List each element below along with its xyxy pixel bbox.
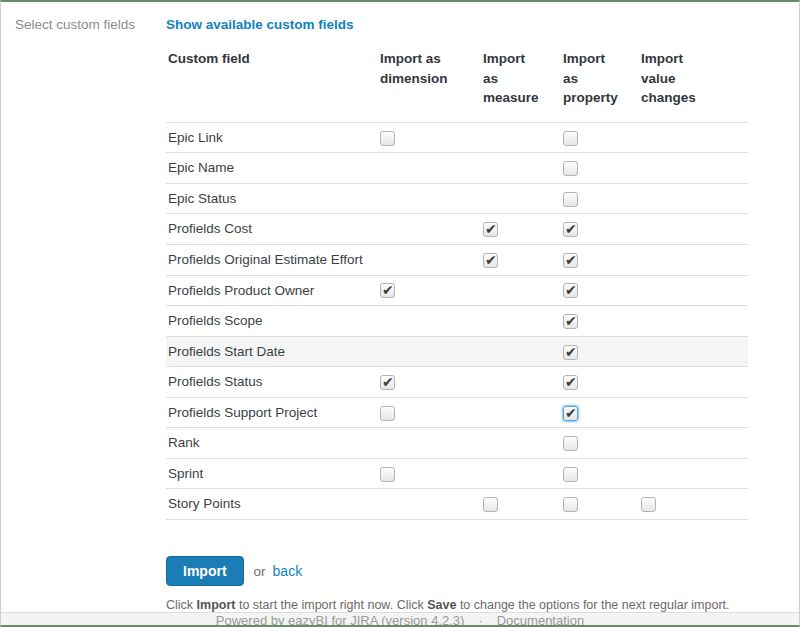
cell-measure xyxy=(481,153,561,184)
cell-value-changes xyxy=(639,336,748,367)
cell-measure xyxy=(481,244,561,275)
cell-property xyxy=(561,336,639,367)
powered-by-text: Powered by eazyBI for JIRA (version 4.2.… xyxy=(216,613,465,627)
table-row: Epic Link xyxy=(166,122,748,153)
cell-dimension xyxy=(378,397,481,428)
table-row: Story Points xyxy=(166,489,748,520)
cell-property xyxy=(561,183,639,214)
cell-measure xyxy=(481,214,561,245)
field-name: Epic Status xyxy=(166,183,378,214)
field-name: Sprint xyxy=(166,458,378,489)
checkbox-import-as-dimension[interactable] xyxy=(380,283,395,298)
checkbox-import-as-measure[interactable] xyxy=(483,497,498,512)
cell-property xyxy=(561,244,639,275)
cell-measure xyxy=(481,183,561,214)
import-button[interactable]: Import xyxy=(166,556,244,586)
cell-dimension xyxy=(378,183,481,214)
cell-value-changes xyxy=(639,489,748,520)
cell-dimension xyxy=(378,153,481,184)
field-name: Story Points xyxy=(166,489,378,520)
cell-property xyxy=(561,397,639,428)
cell-dimension xyxy=(378,275,481,306)
footer: Powered by eazyBI for JIRA (version 4.2.… xyxy=(1,612,799,627)
checkbox-import-as-property[interactable] xyxy=(563,406,578,421)
column-header-import-as-dimension: Import as dimension xyxy=(378,45,481,122)
field-name: Profields Product Owner xyxy=(166,275,378,306)
checkbox-import-as-dimension[interactable] xyxy=(380,375,395,390)
show-available-custom-fields-link[interactable]: Show available custom fields xyxy=(166,15,354,32)
field-name: Profields Scope xyxy=(166,306,378,337)
column-header-custom-field: Custom field xyxy=(166,45,378,122)
cell-dimension xyxy=(378,489,481,520)
column-header-import-as-measure: Import as measure xyxy=(481,45,561,122)
checkbox-import-as-property[interactable] xyxy=(563,222,578,237)
cell-property xyxy=(561,306,639,337)
section-label: Select custom fields xyxy=(15,15,166,612)
cell-measure xyxy=(481,367,561,398)
help-text: Click Import to start the import right n… xyxy=(166,598,799,612)
table-header-row: Custom field Import as dimension Import … xyxy=(166,45,748,122)
table-row: Profields Original Estimate Effort xyxy=(166,244,748,275)
page: Select custom fields Show available cust… xyxy=(0,0,800,627)
cell-value-changes xyxy=(639,122,748,153)
cell-property xyxy=(561,275,639,306)
checkbox-import-as-property[interactable] xyxy=(563,192,578,207)
cell-measure xyxy=(481,336,561,367)
checkbox-import-as-property[interactable] xyxy=(563,131,578,146)
checkbox-import-as-property[interactable] xyxy=(563,497,578,512)
cell-value-changes xyxy=(639,214,748,245)
documentation-link[interactable]: Documentation xyxy=(497,613,584,627)
table-row: Epic Status xyxy=(166,183,748,214)
checkbox-import-as-property[interactable] xyxy=(563,436,578,451)
cell-property xyxy=(561,153,639,184)
cell-measure xyxy=(481,489,561,520)
cell-value-changes xyxy=(639,428,748,459)
checkbox-import-as-property[interactable] xyxy=(563,345,578,360)
checkbox-import-as-dimension[interactable] xyxy=(380,467,395,482)
cell-dimension xyxy=(378,458,481,489)
actions-row: Import or back xyxy=(166,556,799,586)
main-column: Show available custom fields Custom fiel… xyxy=(166,15,799,612)
checkbox-import-as-property[interactable] xyxy=(563,467,578,482)
cell-value-changes xyxy=(639,275,748,306)
cell-dimension xyxy=(378,306,481,337)
checkbox-import-as-value-changes[interactable] xyxy=(641,497,656,512)
cell-measure xyxy=(481,428,561,459)
checkbox-import-as-property[interactable] xyxy=(563,375,578,390)
cell-value-changes xyxy=(639,367,748,398)
footer-separator: · xyxy=(478,613,482,627)
field-name: Profields Original Estimate Effort xyxy=(166,244,378,275)
table-row: Epic Name xyxy=(166,153,748,184)
cell-property xyxy=(561,367,639,398)
cell-dimension xyxy=(378,336,481,367)
field-name: Profields Status xyxy=(166,367,378,398)
cell-property xyxy=(561,122,639,153)
cell-value-changes xyxy=(639,183,748,214)
table-row: Sprint xyxy=(166,458,748,489)
checkbox-import-as-dimension[interactable] xyxy=(380,131,395,146)
cell-value-changes xyxy=(639,397,748,428)
checkbox-import-as-dimension[interactable] xyxy=(380,406,395,421)
cell-measure xyxy=(481,275,561,306)
checkbox-import-as-measure[interactable] xyxy=(483,253,498,268)
table-row: Profields Cost xyxy=(166,214,748,245)
cell-value-changes xyxy=(639,244,748,275)
field-name: Rank xyxy=(166,428,378,459)
checkbox-import-as-property[interactable] xyxy=(563,314,578,329)
or-label: or xyxy=(254,564,266,579)
checkbox-import-as-measure[interactable] xyxy=(483,222,498,237)
checkbox-import-as-property[interactable] xyxy=(563,161,578,176)
cell-value-changes xyxy=(639,153,748,184)
cell-measure xyxy=(481,306,561,337)
cell-measure xyxy=(481,458,561,489)
checkbox-import-as-property[interactable] xyxy=(563,283,578,298)
cell-property xyxy=(561,458,639,489)
back-link[interactable]: back xyxy=(273,563,303,579)
content-area: Select custom fields Show available cust… xyxy=(1,2,799,612)
field-name: Epic Link xyxy=(166,122,378,153)
custom-fields-table: Custom field Import as dimension Import … xyxy=(166,45,748,520)
cell-measure xyxy=(481,122,561,153)
field-name: Profields Cost xyxy=(166,214,378,245)
cell-property xyxy=(561,428,639,459)
checkbox-import-as-property[interactable] xyxy=(563,253,578,268)
